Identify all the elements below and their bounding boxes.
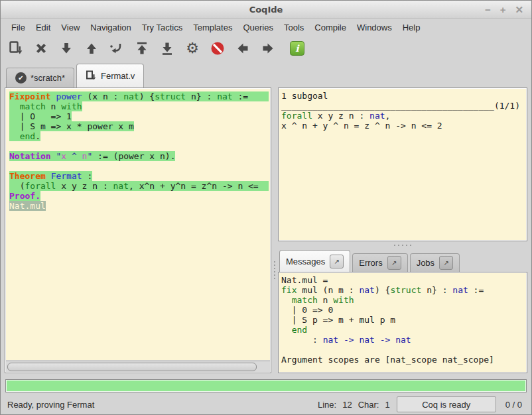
previous-occurrence-button[interactable] (234, 39, 251, 58)
detach-arrow-icon: ↗ (391, 259, 397, 267)
goto-start-button[interactable] (133, 39, 151, 58)
menu-queries[interactable]: Queries (237, 21, 279, 34)
menu-windows[interactable]: Windows (352, 21, 397, 34)
right-column: 1 subgoal_______________________________… (278, 88, 527, 373)
splitter-dot (274, 274, 275, 276)
messages-pane[interactable]: Nat.mul =fix mul (n m : nat) {struct n} … (278, 272, 527, 373)
menu-templates[interactable]: Templates (188, 21, 237, 34)
hscrollbar-thumb[interactable] (7, 363, 257, 371)
window-title: CoqIde (1, 5, 531, 15)
about-button[interactable]: i (289, 39, 306, 58)
messages-code: Nat.mul =fix mul (n m : nat) {struct n} … (281, 275, 524, 365)
close-buffer-button[interactable] (33, 39, 50, 58)
splitter-dot (402, 245, 403, 246)
tab-scratch-label: *scratch* (31, 73, 65, 83)
minimize-icon[interactable]: − (485, 5, 491, 15)
splitter-dot (274, 278, 275, 279)
code-line: Proof. (9, 191, 269, 201)
status-message: Ready, proving Fermat (7, 400, 318, 410)
goto-start-icon (134, 40, 150, 56)
left-arrow-icon (235, 40, 251, 56)
menu-view[interactable]: View (56, 21, 85, 34)
code-line: end. (9, 131, 269, 141)
tab-messages[interactable]: Messages ↗ (279, 250, 350, 272)
close-x-icon (33, 40, 49, 56)
script-editor[interactable]: Fixpoint power (x n : nat) {struct n} : … (6, 89, 270, 360)
tab-errors[interactable]: Errors ↗ (352, 253, 407, 272)
interrupt-button[interactable] (209, 39, 226, 58)
line-label: Line: (318, 400, 336, 410)
maximize-icon[interactable]: + (500, 5, 506, 15)
splitter-dot (398, 245, 399, 246)
editor-hscrollbar[interactable] (6, 361, 270, 372)
splitter-dot (274, 265, 275, 266)
backward-one-button[interactable] (83, 39, 100, 58)
forward-one-button[interactable] (58, 39, 75, 58)
goto-cursor-icon (109, 40, 125, 56)
detach-jobs-button[interactable]: ↗ (439, 256, 453, 270)
code-line: : nat -> nat -> nat (281, 335, 524, 345)
menu-file[interactable]: File (6, 21, 31, 34)
code-line: | S p => m + mul p m (281, 315, 524, 325)
menu-help[interactable]: Help (397, 21, 426, 34)
code-line: x ^ n + y ^ n = z ^ n -> n <= 2 (281, 121, 524, 131)
coqide-window: CoqIde − + ✕ File Edit View Navigation T… (0, 0, 532, 415)
detach-arrow-icon: ↗ (334, 258, 340, 265)
detach-arrow-icon: ↗ (443, 259, 448, 267)
vertical-splitter[interactable] (271, 88, 278, 373)
menu-tools[interactable]: Tools (279, 21, 309, 34)
goals-pane[interactable]: 1 subgoal_______________________________… (278, 88, 527, 241)
menu-try-tactics[interactable]: Try Tactics (137, 21, 188, 34)
goto-cursor-button[interactable] (108, 39, 125, 58)
menu-compile[interactable]: Compile (309, 21, 352, 34)
goto-end-icon (159, 40, 175, 56)
code-line: Nat.mul = (281, 275, 524, 285)
script-editor-pane[interactable]: Fixpoint power (x n : nat) {struct n} : … (5, 88, 271, 373)
about-info-icon: i (290, 41, 304, 56)
window-controls: − + ✕ (485, 5, 531, 15)
char-label: Char: (358, 400, 379, 410)
check-icon: ✔ (15, 72, 27, 84)
main-area: Fixpoint power (x n : nat) {struct n} : … (1, 88, 531, 377)
splitter-dot (394, 245, 395, 246)
tab-jobs[interactable]: Jobs ↗ (410, 253, 460, 272)
right-arrow-icon (260, 40, 276, 56)
menu-edit[interactable]: Edit (31, 21, 56, 34)
preferences-button[interactable]: ⚙ (184, 39, 201, 58)
code-line: Theorem Fermat : (9, 171, 269, 181)
code-line: Nat.mul (9, 201, 269, 211)
splitter-dot (274, 268, 275, 269)
save-button[interactable] (7, 39, 25, 58)
goto-end-button[interactable] (159, 39, 176, 58)
code-line (9, 141, 269, 151)
down-arrow-icon (58, 40, 74, 56)
code-line: match n with (9, 101, 269, 111)
titlebar[interactable]: CoqIde − + ✕ (1, 1, 531, 19)
code-line: fix mul (n m : nat) {struct n} : nat := (281, 285, 524, 295)
up-arrow-icon (84, 40, 100, 56)
save-icon (86, 70, 97, 82)
code-line: Notation "x ^ n" := (power x n). (9, 151, 269, 161)
splitter-dot (274, 271, 275, 272)
menubar: File Edit View Navigation Try Tactics Te… (1, 19, 531, 36)
menu-navigation[interactable]: Navigation (85, 21, 136, 34)
tab-messages-label: Messages (286, 257, 325, 267)
tab-scratch[interactable]: ✔ *scratch* (6, 68, 74, 88)
detach-messages-button[interactable]: ↗ (330, 255, 344, 268)
close-icon[interactable]: ✕ (515, 5, 523, 15)
code-line: forall x y z n : nat, (281, 111, 524, 121)
toolbar: ⚙ i (1, 36, 531, 61)
code-line: 1 subgoal (281, 91, 524, 101)
document-tabbar: ✔ *scratch* Fermat.v (1, 61, 531, 88)
script-code: Fixpoint power (x n : nat) {struct n} : … (9, 91, 269, 211)
horizontal-splitter[interactable] (278, 241, 527, 249)
tab-fermat[interactable]: Fermat.v (76, 64, 144, 88)
code-line (281, 345, 524, 355)
save-icon (8, 40, 24, 56)
detach-errors-button[interactable]: ↗ (387, 256, 401, 270)
tab-fermat-label: Fermat.v (101, 71, 135, 81)
next-occurrence-button[interactable] (259, 39, 277, 58)
splitter-dot (410, 245, 411, 246)
message-tabbar: Messages ↗ Errors ↗ Jobs ↗ (278, 249, 527, 272)
tab-errors-label: Errors (359, 258, 382, 268)
